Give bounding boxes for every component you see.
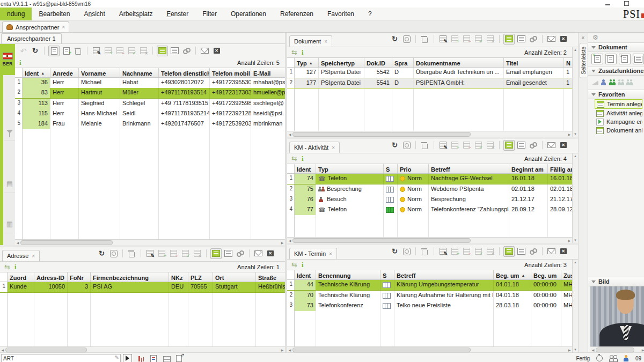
close-tab-icon[interactable]: × [32, 253, 35, 259]
ramp-icon[interactable] [591, 80, 598, 85]
menu-item-referenzen[interactable]: Referenzen [273, 8, 320, 20]
run-command-button[interactable] [123, 354, 132, 362]
person-icon[interactable] [624, 355, 629, 361]
column-header[interactable]: Typ▲ [295, 58, 319, 67]
column-header[interactable]: Beginnt am [509, 164, 548, 173]
horizontal-scrollbar[interactable]: ◀▶ [287, 237, 572, 243]
tbl-x-icon[interactable] [138, 46, 149, 56]
colored-document-icon[interactable] [150, 355, 158, 362]
column-header[interactable]: Typ [316, 164, 384, 173]
info-icon[interactable]: i [302, 261, 304, 268]
tbl-ok-icon[interactable] [473, 34, 484, 44]
section-favoriten[interactable]: Favoriten [588, 90, 644, 99]
column-header[interactable]: Speichertyp [319, 58, 364, 67]
column-header[interactable] [287, 270, 295, 279]
list-green-icon[interactable] [503, 140, 515, 151]
doc-icon[interactable] [48, 46, 60, 56]
menu-item-operationen[interactable]: Operationen [224, 8, 273, 20]
column-header[interactable] [0, 272, 8, 282]
table-row[interactable]: 5184FrauMelanieBrinkmann+492017476507+49… [15, 119, 285, 129]
column-header[interactable]: Straße [256, 272, 285, 282]
list-green-icon[interactable] [210, 248, 222, 259]
table-row[interactable]: 144Technische KlärungKlärung Umgebungste… [287, 280, 572, 291]
vertical-scrollbar[interactable]: ▲▼ [572, 260, 578, 352]
subtab-ansprechpartner-1[interactable]: Ansprechpartner 1 [1, 33, 62, 43]
favorite-dokument-anlegen[interactable]: Dokument anlegen [595, 126, 642, 135]
excel-icon[interactable]: ✕ [265, 249, 275, 258]
column-header[interactable]: Ident [295, 164, 316, 173]
tab-ansprechpartner[interactable]: Ansprechpartner × [2, 21, 69, 32]
close-tab-icon[interactable]: × [332, 145, 335, 151]
tbl-del-icon[interactable] [462, 34, 472, 44]
column-header[interactable]: Betreff [394, 270, 494, 279]
filter-funnel-icon[interactable] [4, 122, 15, 141]
mail-icon[interactable] [200, 46, 210, 56]
menu-item-bearbeiten[interactable]: Bearbeiten [32, 8, 77, 20]
table-row[interactable]: 373TelefonkonferenzTelko neue Preisliste… [287, 301, 572, 311]
tbl-add-icon[interactable] [450, 247, 460, 256]
tbl-edit-icon[interactable] [145, 249, 155, 258]
mail-icon[interactable] [546, 34, 557, 44]
column-header[interactable]: S [380, 270, 394, 279]
close-tab-icon[interactable]: × [324, 39, 327, 45]
history-icon[interactable] [401, 34, 412, 44]
table-row[interactable]: 376BesuchNormBesprechung21.12.1721.12.17 [287, 195, 572, 205]
excel-icon[interactable]: ✕ [558, 247, 568, 256]
mail-icon[interactable] [546, 247, 557, 256]
vertical-scrollbar[interactable]: ▲▼ [572, 47, 578, 137]
menu-item-fenster[interactable]: Fenster [160, 8, 196, 20]
tbl-add-icon[interactable] [157, 249, 167, 258]
table-row[interactable]: 275BesprechungNormWebdemo PSIpenta02.01.… [287, 184, 572, 195]
doc-import-icon[interactable]: ↓ [619, 54, 631, 64]
close-sidebar-icon[interactable]: × [582, 35, 585, 41]
favorite-aktivität-anlegen[interactable]: Aktivität anlegen [595, 109, 642, 117]
mail-icon[interactable] [253, 249, 264, 258]
column-header[interactable] [287, 164, 295, 173]
column-header[interactable] [15, 68, 23, 77]
close-tab-icon[interactable]: × [329, 251, 332, 257]
trash-icon[interactable] [73, 46, 83, 56]
history-icon[interactable] [108, 249, 119, 258]
tbl-del-icon[interactable] [462, 247, 472, 256]
table-row[interactable]: 477☎TelefonNormTelefonkonferenz "Zahlung… [287, 205, 572, 215]
column-header[interactable]: Prio [398, 164, 429, 173]
column-header[interactable]: Anrede [50, 68, 79, 77]
refresh-icon[interactable]: ↻ [30, 46, 40, 56]
person-blue-icon[interactable] [601, 79, 607, 86]
sync-icon[interactable]: ⇆ [4, 263, 10, 271]
close-tab-icon[interactable]: × [62, 24, 65, 30]
undo-icon[interactable]: ↶ [18, 46, 28, 56]
info-icon[interactable]: i [302, 155, 304, 162]
menu-item-filter[interactable]: Filter [195, 8, 224, 20]
tbl-del-icon[interactable] [462, 141, 472, 150]
column-header[interactable]: Titel [504, 58, 564, 67]
gear-icon[interactable]: ⚙ [592, 34, 598, 41]
column-header[interactable]: FoNr [68, 272, 91, 282]
doc-new-icon[interactable]: + [61, 46, 71, 56]
list-green-icon[interactable] [503, 246, 515, 257]
column-header[interactable]: Telefon mobil [210, 68, 251, 77]
column-header[interactable]: Dok.ID [364, 58, 392, 67]
refresh-icon[interactable]: ↻ [97, 249, 107, 258]
mail-icon[interactable] [546, 141, 557, 150]
trash-icon[interactable] [127, 249, 137, 258]
column-header[interactable]: PLZ [188, 272, 213, 282]
doc-add-icon[interactable]: + [591, 54, 603, 64]
tbl-edit-icon[interactable] [91, 46, 101, 56]
tbl-edit-icon[interactable] [438, 141, 448, 150]
column-header[interactable]: NKz [169, 272, 188, 282]
list-green-icon[interactable] [157, 46, 168, 56]
horizontal-scrollbar[interactable]: ◀▶ [0, 346, 285, 352]
history-icon[interactable] [401, 141, 412, 150]
list-icon[interactable] [163, 355, 171, 362]
people-gray-icon[interactable] [626, 79, 633, 86]
column-header[interactable]: Nachname [120, 68, 159, 77]
favorite-kampagne-ergänzen[interactable]: Kampagne ergänzen [595, 117, 642, 126]
table-row[interactable]: 3113HerrSiegfriedSchlegel+49 71178193515… [15, 99, 285, 109]
tbl-del-icon[interactable] [115, 46, 125, 56]
link-icon[interactable] [528, 34, 538, 44]
tab-dokument[interactable]: Dokument × [289, 35, 332, 47]
tab-km-termin[interactable]: KM - Termin × [289, 248, 337, 259]
people-gray-icon[interactable] [618, 79, 624, 86]
tbl-x-icon[interactable] [192, 249, 202, 258]
